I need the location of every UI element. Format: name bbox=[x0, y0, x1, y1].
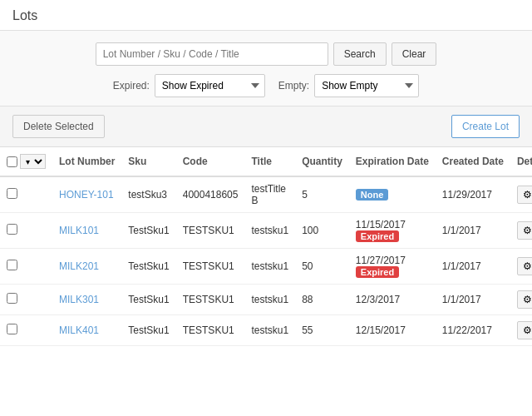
header-title: Title bbox=[244, 147, 295, 176]
row-title: testsku1 bbox=[244, 213, 295, 249]
select-all-checkbox[interactable] bbox=[7, 156, 17, 167]
row-code: TESTSKU1 bbox=[176, 315, 245, 346]
table-row: MILK401TestSku1TESTSKU1testsku15512/15/2… bbox=[0, 315, 532, 346]
header-lot-number: Lot Number bbox=[52, 147, 121, 176]
row-quantity: 100 bbox=[295, 213, 349, 249]
row-created-date: 11/22/2017 bbox=[436, 315, 510, 346]
row-sku: TestSku1 bbox=[121, 315, 175, 346]
row-code: TESTSKU1 bbox=[176, 249, 245, 285]
gear-button[interactable]: ⚙ bbox=[517, 257, 532, 275]
row-details-cell: ⚙ bbox=[510, 315, 532, 346]
row-quantity: 55 bbox=[295, 315, 349, 346]
row-code: TESTSKU1 bbox=[176, 285, 245, 315]
row-checkbox[interactable] bbox=[7, 324, 17, 334]
lot-number-link[interactable]: MILK201 bbox=[59, 260, 99, 272]
search-row: Search Clear bbox=[96, 42, 437, 66]
row-title: testTitle B bbox=[244, 176, 295, 213]
empty-label: Empty: bbox=[278, 80, 309, 92]
page-title: Lots bbox=[0, 0, 532, 31]
header-expiration-date: Expiration Date bbox=[349, 147, 436, 176]
row-sku: TestSku1 bbox=[121, 249, 175, 285]
row-created-date: 1/1/2017 bbox=[436, 249, 510, 285]
expired-select[interactable]: Show Expired Show Only Expired Hide Expi… bbox=[155, 74, 265, 97]
expiration-badge: Expired bbox=[356, 266, 399, 278]
table-container: ▾ Lot Number Sku Code Title Quantity Exp… bbox=[0, 147, 532, 397]
row-checkbox[interactable] bbox=[7, 188, 17, 199]
header-quantity: Quantity bbox=[295, 147, 349, 176]
row-title: testsku1 bbox=[244, 315, 295, 346]
lot-number-link[interactable]: MILK101 bbox=[59, 225, 99, 236]
row-checkbox[interactable] bbox=[7, 224, 17, 235]
row-quantity: 5 bbox=[295, 176, 349, 213]
row-title: testsku1 bbox=[244, 249, 295, 285]
row-details-cell: ⚙ bbox=[510, 285, 532, 315]
create-lot-button[interactable]: Create Lot bbox=[451, 115, 520, 138]
row-expiration-date: 12/15/2017 bbox=[349, 315, 436, 346]
empty-filter-group: Empty: Show Empty Show Only Empty Hide E… bbox=[278, 74, 419, 97]
row-title: testsku1 bbox=[244, 285, 295, 315]
row-created-date: 1/1/2017 bbox=[436, 285, 510, 315]
row-code: 4000418605 bbox=[176, 176, 245, 213]
table-body: HONEY-101testSku34000418605testTitle B5N… bbox=[0, 176, 532, 346]
row-sku: TestSku1 bbox=[121, 285, 175, 315]
expired-label: Expired: bbox=[113, 80, 150, 92]
table-header-row: ▾ Lot Number Sku Code Title Quantity Exp… bbox=[0, 147, 532, 176]
gear-button[interactable]: ⚙ bbox=[517, 321, 532, 339]
search-button[interactable]: Search bbox=[333, 42, 387, 66]
row-expiration-date: 11/27/2017 Expired bbox=[349, 249, 436, 285]
expiration-badge: None bbox=[356, 189, 389, 201]
select-all-dropdown[interactable]: ▾ bbox=[20, 154, 46, 169]
row-details-cell: ⚙ bbox=[510, 213, 532, 249]
row-checkbox[interactable] bbox=[7, 293, 17, 304]
row-expiration-date: 11/15/2017 Expired bbox=[349, 213, 436, 249]
table-row: MILK301TestSku1TESTSKU1testsku18812/3/20… bbox=[0, 285, 532, 315]
header-details: Details bbox=[510, 147, 532, 176]
lot-number-link[interactable]: HONEY-101 bbox=[59, 189, 114, 201]
lots-table: ▾ Lot Number Sku Code Title Quantity Exp… bbox=[0, 147, 532, 346]
empty-select[interactable]: Show Empty Show Only Empty Hide Empty bbox=[314, 74, 419, 97]
header-sku: Sku bbox=[121, 147, 175, 176]
table-row: MILK101TestSku1TESTSKU1testsku110011/15/… bbox=[0, 213, 532, 249]
expired-filter-group: Expired: Show Expired Show Only Expired … bbox=[113, 74, 265, 97]
lot-number-link[interactable]: MILK301 bbox=[59, 294, 99, 305]
row-created-date: 1/1/2017 bbox=[436, 213, 510, 249]
row-details-cell: ⚙ bbox=[510, 176, 532, 213]
row-checkbox[interactable] bbox=[7, 260, 17, 270]
row-created-date: 11/29/2017 bbox=[436, 176, 510, 213]
header-created-date: Created Date bbox=[436, 147, 510, 176]
expiration-badge: Expired bbox=[356, 230, 399, 242]
search-input[interactable] bbox=[96, 42, 328, 66]
header-code: Code bbox=[176, 147, 245, 176]
table-row: MILK201TestSku1TESTSKU1testsku15011/27/2… bbox=[0, 249, 532, 285]
row-sku: testSku3 bbox=[121, 176, 175, 213]
gear-button[interactable]: ⚙ bbox=[517, 221, 532, 240]
filter-row: Expired: Show Expired Show Only Expired … bbox=[113, 74, 419, 97]
row-quantity: 88 bbox=[295, 285, 349, 315]
row-sku: TestSku1 bbox=[121, 213, 175, 249]
action-bar: Delete Selected Create Lot bbox=[0, 106, 532, 147]
row-quantity: 50 bbox=[295, 249, 349, 285]
row-code: TESTSKU1 bbox=[176, 213, 245, 249]
gear-button[interactable]: ⚙ bbox=[517, 290, 532, 309]
gear-button[interactable]: ⚙ bbox=[517, 186, 532, 204]
filter-section: Search Clear Expired: Show Expired Show … bbox=[0, 31, 532, 106]
header-checkbox-col: ▾ bbox=[0, 147, 52, 176]
table-row: HONEY-101testSku34000418605testTitle B5N… bbox=[0, 176, 532, 213]
row-expiration-date: 12/3/2017 bbox=[349, 285, 436, 315]
clear-button[interactable]: Clear bbox=[392, 42, 437, 66]
row-details-cell: ⚙ bbox=[510, 249, 532, 285]
lot-number-link[interactable]: MILK401 bbox=[59, 324, 99, 336]
delete-selected-button[interactable]: Delete Selected bbox=[12, 115, 105, 138]
row-expiration-date: None bbox=[349, 176, 436, 213]
